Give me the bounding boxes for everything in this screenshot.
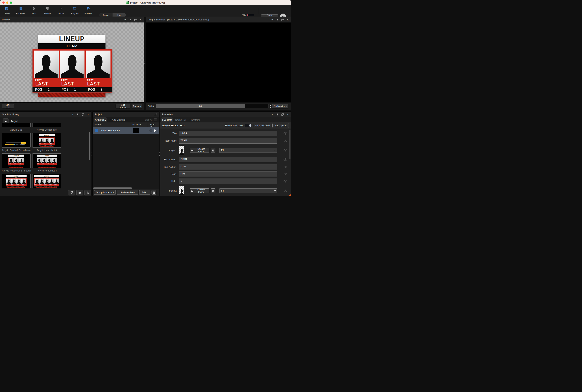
tab-transform[interactable]: Transform [188,118,201,122]
stepper-up-icon[interactable] [270,105,271,106]
tab-cache-list[interactable]: Cache List [175,118,187,122]
auto-update-button[interactable]: Auto-Update [272,123,289,128]
field-input-pos-1[interactable]: POS [179,171,277,177]
clear-image-button[interactable] [211,148,215,153]
field-input-first-name-1[interactable]: FIRST [179,157,277,162]
properties-panel: Properties ? ✕ Live Data Cache List Tran… [160,112,291,196]
visibility-eye-icon[interactable] [283,140,288,142]
choose-image-button[interactable]: Choose Image [190,188,209,193]
field-input-team-name[interactable]: TEAM [179,138,277,144]
project-row-acrylic-headshot-3[interactable]: Acrylic Headshot 3 LINEUPTEAM LASTLASTLA… [93,127,159,134]
help-icon[interactable]: ? [271,113,273,116]
visibility-eye-icon[interactable] [283,149,288,152]
help-icon[interactable]: ? [124,18,126,21]
pin-icon[interactable] [276,113,279,116]
show-all-variables-toggle[interactable] [245,124,252,127]
toolbar-tool-shots[interactable]: Shots [27,5,41,17]
graphic-thumbnail: LINEUPTEAM LASTLASTLASTLASTPOS 3POS 1POS… [2,174,31,188]
project-row-name: Acrylic Headshot 3 [100,129,120,132]
edit-graphic-button[interactable]: Edit Graphic [116,104,130,108]
add-channel-button[interactable]: + Add Channel [110,118,125,121]
library-item-acrylic-corner-info[interactable]: STATSTATSTATAcrylic Corner Info [32,123,61,131]
visibility-eye-icon[interactable] [283,132,288,135]
stop-all-checkbox[interactable] [154,118,157,121]
library-item-acrylic-headshot-4[interactable]: LINEUPTEAM LASTLASTLASTLASTPOS 3POS 1POS… [32,154,61,172]
library-item-acrylic-headshot-3-football[interactable]: LINEUPTEAM LASTLASTLASTPOS 2POS 1POS 3Ac… [2,154,31,172]
choose-image-button[interactable]: Choose Image [190,148,209,153]
toolbar-tool-preview[interactable]: Preview [81,5,95,17]
program-icon [73,7,76,11]
link-data-button[interactable]: Link Data [2,104,14,108]
library-item-acrylic-football-scoreboard[interactable]: FLAG 0 0 00:00 4TH&10 Acrylic Football S… [2,133,31,152]
preview-canvas[interactable]: LINEUP TEAM FIRSTLASTFIRSTLASTFIRSTLAST … [0,22,144,103]
float-window-icon[interactable] [281,113,284,116]
project-footer: Group into a shot Add new item Edit... [93,189,159,196]
add-new-item-button[interactable]: Add new item [117,190,138,195]
close-panel-icon[interactable]: ✕ [287,113,289,116]
help-icon[interactable]: ? [71,113,74,116]
delete-item-button[interactable] [151,190,156,195]
group-into-shot-button[interactable]: Group into a shot [94,190,116,195]
help-icon[interactable]: ? [271,18,273,21]
visibility-eye-icon[interactable] [283,173,288,176]
field-input-uni-1[interactable]: 1 [179,178,277,184]
image-fill-select[interactable]: Fill [219,148,277,153]
splitter-handle[interactable] [91,152,92,156]
float-window-icon[interactable] [281,18,284,21]
field-input-title[interactable]: Lineup [179,130,277,136]
audio-slider[interactable]: 80 [156,104,269,108]
visibility-eye-icon[interactable] [283,158,288,161]
player-name: FIRSTLAST [86,78,110,87]
toolbar-tool-audio[interactable]: Audio [54,5,68,17]
toolbar-tool-library[interactable]: Library [0,5,13,17]
shots-icon [32,7,36,11]
edit-button[interactable]: Edit... [139,190,150,195]
folder-plus-icon [78,191,81,194]
collapse-panel-icon[interactable] [154,113,157,116]
visibility-eye-icon[interactable] [283,166,288,168]
play-button[interactable] [154,129,156,132]
monitor-select[interactable]: No Monitor [272,104,288,108]
field-input-last-name-1[interactable]: LAST [179,164,277,170]
add-folder-button[interactable] [76,190,83,196]
splitter-handle[interactable] [159,152,160,156]
chevron-down-icon [274,150,276,151]
project-horizontal-scrollbar[interactable] [93,188,132,189]
library-item-acrylic-headshot-5[interactable]: LINEUPTEAM LASTLASTLASTLASTLASTPOS 4POS … [32,174,61,190]
workspace-live-button[interactable]: Live [112,14,126,16]
clear-image-button[interactable] [211,188,215,193]
library-item-acrylic-headshot-4-football[interactable]: LINEUPTEAM LASTLASTLASTLASTPOS 3POS 1POS… [2,174,31,190]
close-panel-icon[interactable]: ✕ [139,18,142,21]
close-panel-icon[interactable]: ✕ [87,113,89,116]
close-panel-icon[interactable]: ✕ [287,18,289,21]
visibility-eye-icon[interactable] [283,190,288,192]
properties-scrollbar[interactable] [290,130,290,159]
tab-channel-1[interactable]: Channel 1 [94,118,107,122]
pin-icon[interactable] [276,18,279,21]
preview-button[interactable]: Preview [132,104,142,108]
float-window-icon[interactable] [82,113,84,116]
image-fill-select[interactable]: Fill [219,188,277,193]
field-label: Team Name [160,140,177,142]
toolbar-tool-properties[interactable]: Properties [13,5,27,17]
toolbar-tool-switcher[interactable]: Switcher [41,5,54,17]
pin-icon[interactable] [129,18,131,21]
splitter-handle[interactable] [144,60,145,64]
tab-live-data[interactable]: Live Data [161,118,173,122]
pin-icon[interactable] [76,113,79,116]
float-window-icon[interactable] [134,18,137,21]
audio-stepper[interactable] [269,104,271,108]
library-item-acrylic-headshot-3[interactable]: LINEUPTEAM LASTLASTLASTPOS 2POS 1POS 3Ac… [32,133,61,152]
workspace-setup-button[interactable]: Setup [99,14,112,16]
library-item-acrylic-bug[interactable]: Acrylic Bug [2,123,31,131]
program-monitor-screen [146,22,291,103]
stepper-down-icon[interactable] [270,107,271,108]
download-icon [70,191,73,194]
titlebar: project - Captivate (Titler Live) [0,0,291,5]
install-graphic-button[interactable] [68,190,75,196]
toolbar-tool-program[interactable]: Program [68,5,81,17]
send-to-cache-button[interactable]: Send to Cache [254,123,271,128]
visibility-eye-icon[interactable] [283,180,288,183]
list-view-button[interactable] [84,190,91,196]
library-scrollbar[interactable] [89,132,90,160]
